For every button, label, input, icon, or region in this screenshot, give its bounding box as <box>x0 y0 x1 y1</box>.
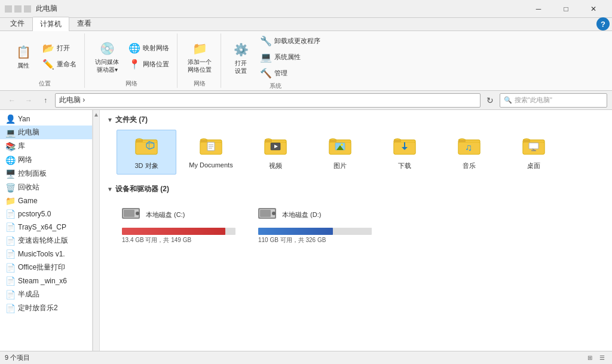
folder-videos-label: 视频 <box>269 161 282 170</box>
open-settings-label: 打开设置 <box>235 59 247 75</box>
pc-icon: 💻 <box>5 128 16 137</box>
maximize-button[interactable]: □ <box>552 0 580 18</box>
manage-icon: 🔨 <box>260 68 272 79</box>
sidebar-item-musictools-label: MusicTools v1. <box>18 250 65 258</box>
dingshi-icon: 📄 <box>5 304 16 313</box>
folder-pictures[interactable]: 图片 <box>310 130 370 175</box>
tab-view[interactable]: 查看 <box>69 16 99 30</box>
sidebar-item-office[interactable]: 📄 Office批量打印 <box>0 261 92 274</box>
scroll-up-icon: ▲ <box>93 111 99 118</box>
sidebar-scrollbar[interactable]: ▲ <box>93 110 99 351</box>
drive-d-header: 本地磁盘 (D:) <box>258 204 321 225</box>
properties-group: 📋 属性 📂 打开 ✏️ 重命名 位置 <box>5 33 85 88</box>
close-button[interactable]: ✕ <box>580 0 607 18</box>
drive-d-free: 110 GB 可用 <box>258 237 292 243</box>
media-group-label: 网络 <box>126 79 137 88</box>
sidebar-item-network[interactable]: 🌐 网络 <box>0 153 92 167</box>
settings-group-label: 系统 <box>270 82 281 90</box>
search-box[interactable]: 🔍 搜索"此电脑" <box>500 93 607 108</box>
sidebar-item-pcstory[interactable]: 📄 pcstory5.0 <box>0 207 92 221</box>
folder-mydoc-icon <box>199 134 223 159</box>
folder-music[interactable]: ♫ 音乐 <box>439 130 499 175</box>
sidebar: 👤 Yan 💻 此电脑 📚 库 🌐 网络 🖥️ 控制面板 🗑️ 回收站 <box>0 110 93 351</box>
sidebar-item-thispc[interactable]: 💻 此电脑 <box>0 126 92 139</box>
map-network-btn[interactable]: 🌐 映射网络 <box>126 41 172 56</box>
sidebar-item-trays[interactable]: 📄 TrayS_x64_CP <box>0 221 92 234</box>
sidebar-item-yan[interactable]: 👤 Yan <box>0 112 92 126</box>
sidebar-item-dingshi[interactable]: 📄 定时放音乐2 <box>0 301 92 315</box>
open-icon: 📂 <box>42 42 54 54</box>
rename-btn[interactable]: ✏️ 重命名 <box>39 57 79 72</box>
folder-3d-objects[interactable]: 3D 对象 <box>117 130 176 175</box>
window-title: 此电脑 <box>36 4 525 14</box>
drive-c-bar <box>122 228 225 235</box>
drives-grid: 本地磁盘 (C:) 13.4 GB 可用，共 149 GB <box>107 199 605 250</box>
sidebar-item-pcstory-label: pcstory5.0 <box>18 210 51 218</box>
drive-c-item[interactable]: 本地磁盘 (C:) 13.4 GB 可用，共 149 GB <box>117 199 248 250</box>
open-label: 打开 <box>57 44 70 53</box>
svg-point-24 <box>341 143 343 146</box>
media-btn[interactable]: 💿 访问媒体驱动器▾ <box>91 37 123 75</box>
uninstall-btn[interactable]: 🔧 卸载或更改程序 <box>257 33 323 48</box>
folder-pictures-icon <box>328 134 352 159</box>
sidebar-item-library[interactable]: 📚 库 <box>0 139 92 153</box>
sidebar-item-library-label: 库 <box>18 141 25 151</box>
svg-rect-9 <box>200 140 207 142</box>
open-settings-btn[interactable]: ⚙️ 打开设置 <box>227 38 255 77</box>
open-btn[interactable]: 📂 打开 <box>39 41 79 56</box>
trays-icon: 📄 <box>5 222 16 232</box>
folder-desktop[interactable]: 桌面 <box>504 130 564 175</box>
tab-computer[interactable]: 计算机 <box>32 17 69 31</box>
grid-view-btn[interactable]: ⊞ <box>585 353 595 363</box>
sidebar-item-banpinpin[interactable]: 📄 半成品 <box>0 287 92 301</box>
refresh-button[interactable]: ↻ <box>483 93 497 108</box>
sidebar-item-steam[interactable]: 📄 Steam _win_x6 <box>0 274 92 287</box>
folder-downloads[interactable]: 下载 <box>375 130 434 175</box>
drive-d-item[interactable]: 本地磁盘 (D:) 110 GB 可用，共 326 GB <box>253 199 384 250</box>
forward-button[interactable]: → <box>22 93 36 108</box>
list-view-btn[interactable]: ☰ <box>596 353 607 363</box>
sidebar-item-game-label: Game <box>18 197 38 205</box>
sidebar-item-musictools[interactable]: 📄 MusicTools v1. <box>0 247 92 261</box>
titlebar: 此电脑 ─ □ ✕ <box>0 0 612 18</box>
sys-props-btn[interactable]: 💻 系统属性 <box>257 50 323 65</box>
sidebar-item-steam-label: Steam _win_x6 <box>18 277 67 285</box>
network-location-btn[interactable]: 📍 网络位置 <box>126 57 172 72</box>
properties-icon: 📋 <box>14 42 33 62</box>
folder-desktop-icon <box>522 134 546 159</box>
biansu-icon: 📄 <box>5 236 16 246</box>
drive-c-label: 本地磁盘 (C:) <box>146 210 185 219</box>
sidebar-item-dingshi-label: 定时放音乐2 <box>18 303 58 313</box>
sys-props-label: 系统属性 <box>274 53 301 62</box>
network-location-icon: 📍 <box>128 59 140 70</box>
rename-icon: ✏️ <box>42 59 54 70</box>
back-button[interactable]: ← <box>5 93 19 108</box>
sidebar-item-game[interactable]: 📁 Game <box>0 194 92 207</box>
drive-c-progress <box>122 228 235 235</box>
media-label: 访问媒体驱动器▾ <box>95 58 119 74</box>
add-location-icon: 📁 <box>190 39 209 58</box>
sidebar-item-recycle[interactable]: 🗑️ 回收站 <box>0 181 92 194</box>
folder-my-documents[interactable]: My Documents <box>181 130 241 175</box>
sidebar-item-thispc-label: 此电脑 <box>18 127 39 137</box>
properties-group-content: 📋 属性 📂 打开 ✏️ 重命名 <box>10 33 79 78</box>
user-icon: 👤 <box>5 114 16 124</box>
sidebar-item-biansu[interactable]: 📄 变速齿轮终止版 <box>0 234 92 247</box>
tab-file[interactable]: 文件 <box>2 16 32 30</box>
properties-btn[interactable]: 📋 属性 <box>10 41 37 72</box>
sidebar-item-control-panel[interactable]: 🖥️ 控制面板 <box>0 167 92 181</box>
add-location-btn[interactable]: 📁 添加一个网络位置 <box>183 37 216 75</box>
sidebar-item-trays-label: TrayS_x64_CP <box>18 223 66 231</box>
address-path[interactable]: 此电脑 › <box>55 93 481 108</box>
settings-group-content: ⚙️ 打开设置 🔧 卸载或更改程序 💻 系统属性 🔨 管理 <box>227 33 323 81</box>
drives-section-header: ▼ 设备和驱动器 (2) <box>107 184 605 194</box>
folder-videos[interactable]: 视频 <box>246 130 305 175</box>
minimize-button[interactable]: ─ <box>525 0 552 18</box>
manage-btn[interactable]: 🔨 管理 <box>257 66 323 81</box>
recycle-icon: 🗑️ <box>5 183 16 192</box>
drive-d-total: 共 326 GB <box>298 237 326 243</box>
up-button[interactable]: ↑ <box>38 93 53 108</box>
main-area: 👤 Yan 💻 此电脑 📚 库 🌐 网络 🖥️ 控制面板 🗑️ 回收站 <box>0 110 612 351</box>
help-button[interactable]: ? <box>596 17 610 30</box>
svg-rect-42 <box>124 210 134 217</box>
